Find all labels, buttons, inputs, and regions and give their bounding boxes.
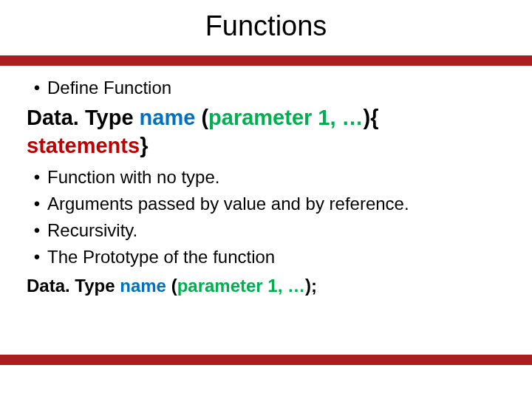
syntax-prototype: Data. Type name (parameter 1, …); [27, 273, 505, 299]
bottom-bar-wrapper [0, 355, 532, 365]
bullet-item: • Recursivity. [27, 220, 505, 241]
bullet-item: • The Prototype of the function [27, 247, 505, 267]
syntax-name: name [115, 276, 171, 296]
bullet-dot-icon: • [27, 247, 47, 267]
bullet-dot-icon: • [27, 220, 47, 241]
syntax-datatype: Data. Type [27, 106, 134, 129]
bullet-text: Function with no type. [47, 167, 219, 188]
syntax-brace-close: } [140, 134, 148, 157]
bottom-bar [0, 355, 532, 365]
syntax-paren-close-semi: ); [305, 276, 317, 296]
slide: Functions • Define Function Data. Type n… [0, 0, 532, 399]
syntax-paren-open: ( [171, 276, 177, 296]
syntax-param: parameter 1, … [208, 106, 364, 129]
syntax-datatype: Data. Type [27, 276, 115, 296]
bullet-item: • Function with no type. [27, 167, 505, 188]
top-bar [0, 55, 532, 66]
bullet-dot-icon: • [27, 78, 47, 98]
bullet-dot-icon: • [27, 194, 47, 214]
bullet-text: Define Function [47, 78, 171, 98]
bullet-item: • Arguments passed by value and by refer… [27, 194, 505, 214]
syntax-definition: Data. Type name (parameter 1, …){ statem… [27, 104, 505, 160]
content-area: • Define Function Data. Type name (param… [0, 66, 532, 299]
syntax-name: name [134, 106, 202, 129]
syntax-paren-close: ) [364, 106, 371, 129]
syntax-brace-open: { [370, 106, 378, 129]
bullet-dot-icon: • [27, 167, 47, 188]
syntax-statements: statements [27, 134, 140, 157]
slide-title: Functions [0, 0, 532, 55]
bullet-text: Arguments passed by value and by referen… [47, 194, 409, 214]
bullet-text: Recursivity. [47, 220, 137, 241]
bullet-text: The Prototype of the function [47, 247, 275, 267]
syntax-param: parameter 1, … [177, 276, 305, 296]
syntax-paren-open: ( [201, 106, 208, 129]
bullet-item: • Define Function [27, 78, 505, 98]
